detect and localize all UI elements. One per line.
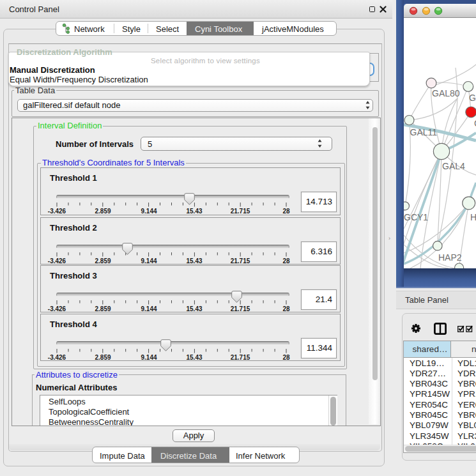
svg-text:GAL80: GAL80 — [432, 88, 460, 98]
svg-text:GA: GA — [469, 93, 476, 103]
svg-text:GAL11: GAL11 — [410, 127, 438, 137]
svg-text:H: H — [470, 212, 476, 222]
svg-text:HAP2: HAP2 — [438, 252, 462, 263]
svg-text:GCY1: GCY1 — [404, 212, 428, 222]
svg-text:GAL4: GAL4 — [442, 161, 465, 171]
